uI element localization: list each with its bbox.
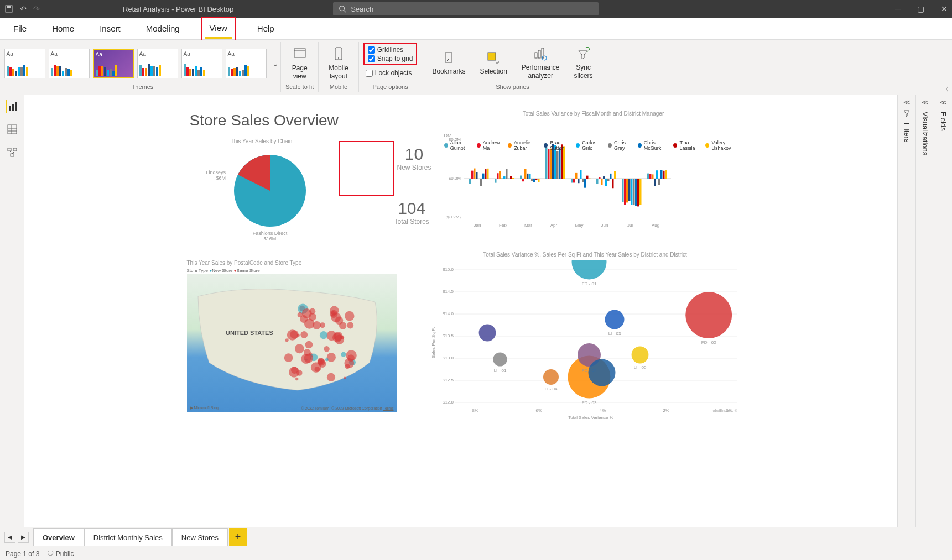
svg-text:Mar: Mar [524, 223, 532, 228]
svg-text:$15.0: $15.0 [442, 267, 454, 272]
svg-rect-91 [628, 179, 631, 201]
theme-swatch-0[interactable]: Aa [4, 49, 45, 78]
tab-view[interactable]: View [205, 19, 232, 39]
svg-point-207 [543, 369, 559, 385]
svg-text:$16M: $16M [263, 236, 276, 240]
svg-text:obviEnce llc ©: obviEnce llc © [712, 409, 737, 412]
svg-rect-94 [635, 179, 637, 206]
svg-point-167 [304, 349, 311, 356]
theme-swatch-4[interactable]: Aa [181, 49, 222, 78]
svg-rect-47 [503, 176, 506, 179]
prev-page-icon[interactable]: ◀ [4, 532, 15, 543]
app-title: Retail Analysis - Power BI Desktop [123, 5, 233, 13]
data-view-icon[interactable] [6, 123, 19, 136]
save-icon[interactable] [4, 4, 13, 13]
svg-rect-72 [575, 173, 578, 179]
theme-swatch-2[interactable]: Aa [93, 49, 134, 78]
svg-rect-40 [482, 174, 485, 179]
title-bar: ↶ ↷ Retail Analysis - Power BI Desktop S… [0, 0, 952, 18]
fields-pane[interactable]: ≪ Fields [934, 95, 952, 527]
svg-rect-75 [582, 179, 584, 182]
svg-rect-58 [533, 179, 535, 182]
page-tab-district[interactable]: District Monthly Sales [84, 528, 172, 546]
close-icon[interactable]: ✕ [941, 4, 948, 13]
tab-help[interactable]: Help [253, 19, 279, 38]
svg-rect-1 [7, 6, 11, 8]
sensitivity-label[interactable]: 🛡 Public [47, 550, 74, 558]
svg-rect-39 [480, 179, 482, 186]
page-tab-new-stores[interactable]: New Stores [172, 528, 228, 546]
svg-rect-92 [631, 179, 633, 205]
svg-point-171 [300, 331, 308, 338]
svg-text:($0.2M): ($0.2M) [445, 214, 461, 219]
svg-rect-43 [495, 179, 497, 183]
map-canvas[interactable]: UNITED STATES ▶ Microsoft Bing © 2022 To… [187, 274, 397, 412]
svg-rect-71 [573, 179, 575, 182]
search-box[interactable]: Search [333, 2, 599, 15]
svg-point-172 [347, 322, 353, 329]
lock-objects-checkbox[interactable]: Lock objects [363, 69, 414, 77]
kpi-total-stores[interactable]: 104 Total Stores [394, 199, 429, 226]
svg-text:Fashions Direct: Fashions Direct [252, 231, 287, 236]
chevron-left-icon[interactable]: ≪ [940, 98, 947, 106]
report-view-icon[interactable] [6, 100, 19, 113]
svg-point-165 [295, 378, 298, 380]
svg-text:$14.5: $14.5 [442, 289, 454, 294]
chevron-left-icon[interactable]: ≪ [903, 98, 911, 106]
next-page-icon[interactable]: ▶ [18, 532, 29, 543]
svg-rect-44 [497, 173, 499, 179]
pie-lindseys-label: Lindseys [206, 170, 226, 175]
minimize-icon[interactable]: ─ [895, 4, 901, 13]
pie-chart-visual[interactable]: This Year Sales by Chain Lindseys $6M Fa… [187, 138, 336, 249]
gridlines-checkbox[interactable]: Gridlines [366, 45, 415, 54]
svg-rect-99 [652, 174, 654, 179]
theme-swatch-1[interactable]: Aa [49, 49, 90, 78]
report-canvas-area[interactable]: Store Sales Overview This Year Sales by … [24, 95, 897, 527]
chevron-left-icon[interactable]: ≪ [922, 98, 929, 106]
snap-to-grid-checkbox[interactable]: Snap to grid [366, 54, 415, 63]
svg-line-24 [9, 151, 12, 154]
svg-rect-17 [8, 125, 17, 134]
collapse-ribbon-icon[interactable]: 〈 [943, 85, 949, 93]
svg-rect-21 [8, 148, 11, 151]
tab-insert[interactable]: Insert [95, 19, 125, 38]
scatter-visual[interactable]: Total Sales Variance %, Sales Per Sq Ft … [430, 252, 740, 423]
svg-text:Feb: Feb [499, 223, 507, 228]
svg-point-195 [571, 260, 606, 280]
svg-rect-36 [474, 169, 476, 179]
themes-dropdown-icon[interactable]: ⌄ [270, 59, 281, 68]
add-page-button[interactable]: + [229, 528, 247, 546]
svg-rect-89 [624, 179, 626, 205]
sync-slicers-button[interactable]: Sync slicers [569, 45, 599, 82]
visualizations-pane[interactable]: ≪ Visualizations [915, 95, 934, 527]
page-tab-overview[interactable]: Overview [33, 528, 84, 546]
svg-text:LI - 01: LI - 01 [493, 368, 506, 373]
tab-file[interactable]: File [9, 19, 31, 38]
svg-text:$13.5: $13.5 [442, 333, 454, 338]
page-view-button[interactable]: Page view [287, 44, 313, 82]
svg-text:May: May [575, 223, 583, 228]
model-view-icon[interactable] [6, 146, 19, 159]
theme-swatch-5[interactable]: Aa [226, 49, 267, 78]
svg-text:FD - 01: FD - 01 [581, 281, 596, 286]
kpi-new-stores[interactable]: 10 New Stores [397, 145, 431, 171]
filters-pane[interactable]: ≪ Filters [897, 95, 915, 527]
bookmarks-button[interactable]: Bookmarks [426, 49, 471, 77]
svg-rect-22 [13, 148, 17, 151]
bar-chart-visual[interactable]: Total Sales Variance by FiscalMonth and … [444, 111, 743, 243]
map-visual[interactable]: This Year Sales by PostalCode and Store … [187, 260, 397, 415]
theme-swatch-3[interactable]: Aa [137, 49, 178, 78]
report-page[interactable]: Store Sales Overview This Year Sales by … [179, 100, 743, 431]
tab-home[interactable]: Home [48, 19, 79, 38]
selection-button[interactable]: Selection [474, 49, 512, 77]
mobile-layout-button[interactable]: Mobile layout [323, 44, 353, 82]
maximize-icon[interactable]: ▢ [917, 4, 924, 13]
svg-rect-53 [522, 179, 524, 181]
undo-icon[interactable]: ↶ [20, 4, 27, 13]
svg-point-164 [341, 352, 346, 357]
redo-icon[interactable]: ↷ [33, 4, 40, 13]
performance-analyzer-button[interactable]: Performance analyzer [516, 45, 565, 82]
tab-modeling[interactable]: Modeling [142, 19, 184, 38]
svg-text:LI - 04: LI - 04 [544, 386, 557, 391]
svg-text:-4%: -4% [597, 408, 605, 413]
